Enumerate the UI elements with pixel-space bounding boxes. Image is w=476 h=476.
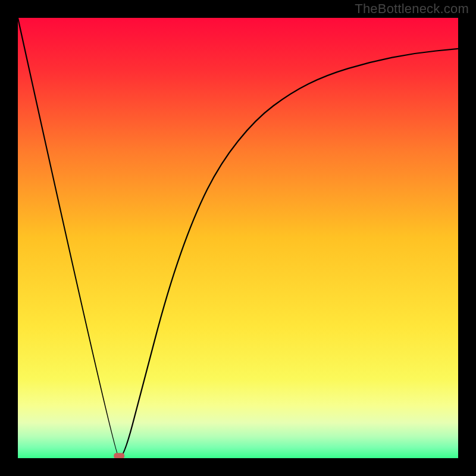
bottleneck-chart-canvas <box>18 18 458 458</box>
watermark-text: TheBottleneck.com <box>355 1 469 17</box>
plot-area <box>18 18 458 458</box>
chart-frame: TheBottleneck.com <box>0 0 476 476</box>
